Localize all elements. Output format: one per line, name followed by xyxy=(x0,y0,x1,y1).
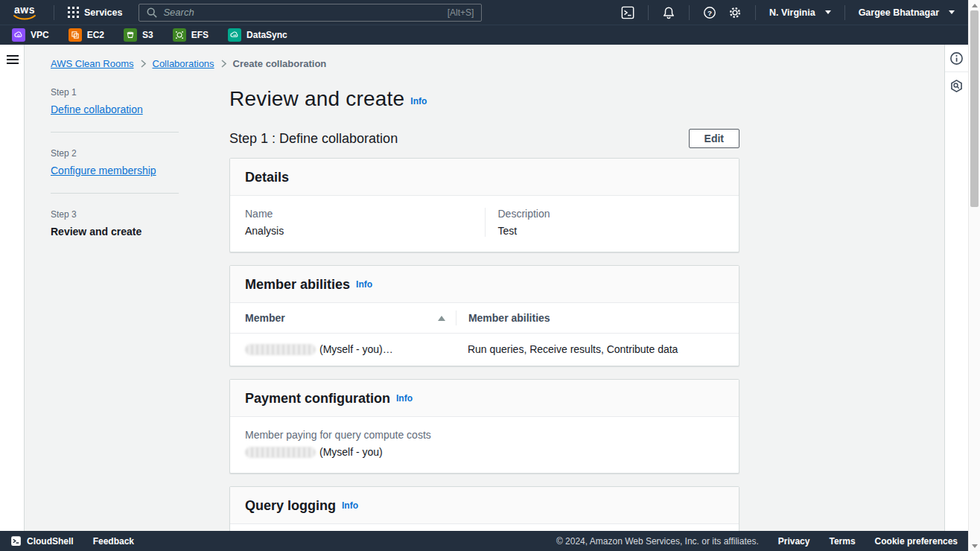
page-scrollbar[interactable] xyxy=(968,0,980,551)
page: aws Services Search xyxy=(0,0,980,551)
favorites-bar: VPC EC2 S3 EFS xyxy=(0,25,968,45)
sort-ascending-icon[interactable] xyxy=(438,316,445,321)
name-value: Analysis xyxy=(245,225,485,237)
member-column-header[interactable]: Member xyxy=(245,312,438,324)
favorite-vpc[interactable]: VPC xyxy=(12,28,49,42)
member-id-cell: (Myself - you)… xyxy=(245,343,393,355)
breadcrumb-chevron-icon xyxy=(221,60,226,68)
nav-divider xyxy=(755,5,756,20)
edit-button[interactable]: Edit xyxy=(689,129,739,148)
privacy-link[interactable]: Privacy xyxy=(778,536,810,547)
page-title: Review and create xyxy=(229,87,404,110)
top-navigation-bar: aws Services Search xyxy=(0,0,968,25)
bell-icon xyxy=(662,6,675,19)
app-layout: AWS Clean Rooms Collaborations Create co… xyxy=(0,45,968,531)
description-label: Description xyxy=(498,208,725,220)
query-logging-card-title: Query logging xyxy=(245,498,336,513)
step-2-link[interactable]: Configure membership xyxy=(51,165,156,176)
favorite-efs[interactable]: EFS xyxy=(173,28,209,42)
payment-field-value: (Myself - you) xyxy=(245,446,724,458)
payment-info-link[interactable]: Info xyxy=(396,393,413,404)
query-logging-card: Query loggingInfo Query logging xyxy=(229,486,739,531)
feedback-button[interactable]: Feedback xyxy=(93,536,134,547)
favorite-vpc-label: VPC xyxy=(31,30,49,40)
question-circle-icon: ? xyxy=(703,6,716,19)
description-value: Test xyxy=(498,225,725,237)
settings-button[interactable] xyxy=(722,0,748,25)
details-card-title: Details xyxy=(245,170,289,185)
cloudshell-terminal-icon xyxy=(10,535,22,547)
vpc-service-icon xyxy=(12,28,25,42)
account-menu[interactable]: Gargee Bhatnagar xyxy=(853,0,961,25)
aws-logo-text: aws xyxy=(14,5,35,15)
cloudshell-footer-label: CloudShell xyxy=(27,536,74,547)
nav-divider xyxy=(689,5,690,20)
services-menu-button[interactable]: Services xyxy=(62,0,128,25)
query-logging-info-link[interactable]: Info xyxy=(342,500,358,511)
breadcrumb-collaborations[interactable]: Collaborations xyxy=(153,58,214,69)
hamburger-menu-button[interactable] xyxy=(0,45,25,74)
step-1-link[interactable]: Define collaboration xyxy=(51,103,143,115)
breadcrumb-current-page: Create collaboration xyxy=(233,58,327,69)
search-input[interactable]: Search [Alt+S] xyxy=(139,4,482,22)
datasync-service-icon xyxy=(228,28,241,42)
favorite-ec2[interactable]: EC2 xyxy=(69,28,104,42)
main-column: Review and createInfo Step 1 : Define co… xyxy=(229,87,739,531)
services-grid-icon xyxy=(68,7,79,18)
step-3-current: Review and create xyxy=(51,226,141,238)
region-label: N. Virginia xyxy=(769,7,815,18)
scrollbar-track[interactable] xyxy=(969,10,980,541)
aws-logo[interactable]: aws xyxy=(13,5,36,20)
console-footer: CloudShell Feedback © 2024, Amazon Web S… xyxy=(0,531,968,551)
resource-explorer-button[interactable] xyxy=(945,72,969,99)
hexagon-tool-icon xyxy=(949,79,964,93)
member-abilities-info-link[interactable]: Info xyxy=(356,279,372,290)
cloudshell-footer-button[interactable]: CloudShell xyxy=(10,535,74,547)
redacted-account-id xyxy=(245,344,316,355)
help-button[interactable]: ? xyxy=(697,0,722,25)
member-table-header: Member Member abilities xyxy=(230,303,739,334)
payment-configuration-card: Payment configurationInfo Member paying … xyxy=(229,379,739,474)
table-row: (Myself - you)… Run queries, Receive res… xyxy=(230,334,739,366)
page-title-info-link[interactable]: Info xyxy=(410,96,427,106)
breadcrumb: AWS Clean Rooms Collaborations Create co… xyxy=(51,58,944,69)
redacted-account-id xyxy=(245,447,316,458)
s3-service-icon xyxy=(124,28,137,42)
info-panel-button[interactable] xyxy=(945,45,969,71)
terms-link[interactable]: Terms xyxy=(829,536,855,547)
favorite-datasync-label: DataSync xyxy=(246,30,287,40)
favorite-s3[interactable]: S3 xyxy=(124,28,153,42)
breadcrumb-aws-clean-rooms[interactable]: AWS Clean Rooms xyxy=(51,58,134,69)
tools-panel-strip xyxy=(944,45,968,531)
scrollbar-down-arrow[interactable] xyxy=(969,541,980,551)
cloudshell-button[interactable] xyxy=(615,0,640,25)
step-1-section-header: Step 1 : Define collaboration xyxy=(229,131,398,147)
favorite-datasync[interactable]: DataSync xyxy=(228,28,287,42)
scrollbar-thumb[interactable] xyxy=(970,10,979,207)
search-icon xyxy=(147,7,157,18)
name-label: Name xyxy=(245,208,485,220)
favorite-s3-label: S3 xyxy=(142,30,153,40)
info-circle-icon xyxy=(949,51,964,66)
favorite-ec2-label: EC2 xyxy=(87,30,104,40)
efs-service-icon xyxy=(173,28,186,42)
nav-divider xyxy=(844,5,845,20)
content-area: AWS Clean Rooms Collaborations Create co… xyxy=(25,45,944,531)
notifications-bell-button[interactable] xyxy=(656,0,681,25)
member-abilities-card-title: Member abilities xyxy=(245,277,350,292)
nav-divider xyxy=(648,5,649,20)
payment-card-title: Payment configuration xyxy=(245,391,390,406)
member-abilities-card: Member abilitiesInfo Member Member abili… xyxy=(229,265,739,366)
wizard-steps-nav: Step 1 Define collaboration Step 2 Confi… xyxy=(51,87,179,531)
step-1-eyebrow: Step 1 xyxy=(51,87,179,98)
payment-field-label: Member paying for query compute costs xyxy=(245,429,724,441)
feedback-label: Feedback xyxy=(93,536,134,547)
cloudshell-terminal-icon xyxy=(621,6,634,19)
scrollbar-up-arrow[interactable] xyxy=(969,0,980,10)
region-selector[interactable]: N. Virginia xyxy=(763,0,837,25)
cookie-preferences-link[interactable]: Cookie preferences xyxy=(875,536,958,547)
services-label: Services xyxy=(84,7,122,18)
nav-divider xyxy=(54,5,54,20)
step-3-eyebrow: Step 3 xyxy=(51,209,179,220)
ec2-service-icon xyxy=(69,28,82,42)
